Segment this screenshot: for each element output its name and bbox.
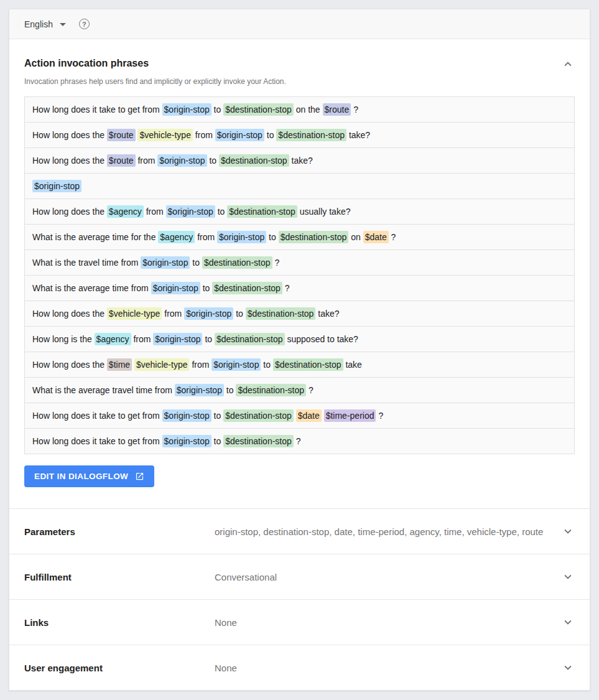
section-row-user-engagement[interactable]: User engagement None: [9, 645, 590, 690]
section-subtitle: Invocation phrases help users find and i…: [24, 77, 575, 86]
phrase-row: How long does it take to get from $origi…: [25, 403, 574, 428]
param-chip-destination-stop: $destination-stop: [227, 205, 297, 218]
phrase-text: ?: [351, 105, 358, 114]
phrase-text: supposed to take?: [285, 334, 358, 344]
phrase-text: to: [261, 360, 272, 370]
phrase-text: to: [211, 436, 223, 446]
edit-in-dialogflow-button[interactable]: EDIT IN DIALOGFLOW: [24, 465, 154, 487]
phrase-text: ?: [272, 258, 280, 268]
param-chip-destination-stop: $destination-stop: [276, 129, 346, 141]
chevron-down-icon: [561, 525, 575, 538]
edit-button-label: EDIT IN DIALOGFLOW: [34, 472, 128, 481]
param-chip-agency: $agency: [107, 205, 144, 218]
param-chip-origin-stop: $origin-stop: [162, 409, 211, 422]
phrase-text: to: [190, 258, 202, 268]
language-selector[interactable]: English: [24, 19, 66, 29]
phrase-text: How long does the: [32, 207, 107, 217]
phrase-row: How long is the $agency from $origin-sto…: [25, 326, 574, 352]
param-chip-destination-stop: $destination-stop: [219, 154, 289, 167]
phrase-row: $origin-stop: [25, 173, 574, 198]
phrase-text: ?: [282, 283, 290, 293]
phrase-text: from: [162, 309, 184, 319]
phrase-text: What is the average time from: [32, 283, 151, 293]
param-chip-origin-stop: $origin-stop: [151, 282, 200, 294]
phrase-text: usually take?: [297, 207, 351, 217]
phrase-row: How long does the $route from $origin-st…: [25, 147, 574, 173]
phrase-text: How long does it take to get from: [32, 411, 162, 421]
arrow-drop-down-icon: [60, 23, 66, 26]
phrase-text: ?: [294, 436, 301, 446]
section-label: Fulfillment: [24, 572, 215, 582]
param-chip-date: $date: [363, 231, 389, 243]
section-row-fulfillment[interactable]: Fulfillment Conversational: [9, 554, 590, 599]
phrase-row: What is the average travel time from $or…: [25, 377, 574, 403]
detail-sections: Parameters origin-stop, destination-stop…: [9, 508, 590, 690]
section-label: Parameters: [24, 526, 215, 537]
section-title: Action invocation phrases: [24, 57, 149, 69]
param-chip-destination-stop: $destination-stop: [215, 333, 285, 345]
phrase-row: What is the average time for the $agency…: [25, 224, 574, 250]
phrase-text: on: [348, 232, 363, 242]
phrase-text: to: [207, 156, 219, 166]
phrase-text: How long is the: [32, 334, 95, 344]
action-detail-card: English Action invocation phrases Invoca…: [9, 9, 590, 691]
phrase-text: to: [211, 411, 223, 421]
param-chip-date: $date: [296, 409, 322, 422]
param-chip-origin-stop: $origin-stop: [153, 333, 202, 345]
param-chip-destination-stop: $destination-stop: [246, 307, 316, 320]
phrase-text: to: [266, 232, 278, 242]
phrase-text: from: [144, 207, 166, 217]
phrase-text: take?: [315, 309, 339, 319]
phrase-text: ?: [376, 411, 383, 421]
param-chip-destination-stop: $destination-stop: [279, 231, 349, 243]
phrase-text: take?: [289, 156, 313, 166]
phrase-text: to: [211, 105, 223, 114]
param-chip-vehicle-type: $vehicle-type: [134, 358, 190, 371]
param-chip-time-period: $time-period: [324, 409, 376, 422]
chevron-down-icon: [561, 661, 575, 674]
param-chip-time: $time: [107, 358, 132, 371]
phrase-text: from: [195, 232, 217, 242]
phrase-text: ?: [306, 385, 313, 395]
param-chip-origin-stop: $origin-stop: [217, 231, 266, 243]
param-chip-vehicle-type: $vehicle-type: [107, 307, 162, 320]
open-in-new-icon: [135, 472, 144, 481]
phrase-text: to: [215, 207, 227, 217]
param-chip-route: $route: [323, 103, 351, 116]
phrase-text: to: [224, 385, 236, 395]
invocation-phrases-section: Action invocation phrases Invocation phr…: [9, 39, 590, 508]
chevron-down-icon: [561, 615, 575, 629]
chevron-down-icon: [561, 570, 575, 584]
param-chip-origin-stop: $origin-stop: [162, 435, 211, 447]
phrase-row: How long does it take to get from $origi…: [25, 97, 574, 122]
phrase-text: to: [200, 283, 212, 293]
param-chip-destination-stop: $destination-stop: [223, 103, 294, 116]
phrase-text: How long does it take to get from: [32, 436, 162, 446]
help-icon[interactable]: [79, 19, 90, 29]
phrase-text: What is the travel time from: [32, 258, 141, 268]
section-row-parameters[interactable]: Parameters origin-stop, destination-stop…: [9, 508, 590, 554]
section-row-links[interactable]: Links None: [9, 599, 590, 645]
phrase-text: from: [193, 130, 215, 140]
section-value: None: [215, 617, 561, 628]
phrase-text: on the: [294, 105, 323, 114]
phrase-text: ?: [389, 232, 396, 242]
section-label: Links: [24, 617, 215, 628]
param-chip-route: $route: [107, 129, 136, 141]
collapse-section-button[interactable]: [561, 57, 575, 71]
phrase-text: from: [136, 156, 158, 166]
phrase-text: What is the average travel time from: [32, 385, 175, 395]
param-chip-origin-stop: $origin-stop: [162, 103, 211, 116]
phrase-text: How long does it take to get from: [32, 105, 162, 114]
param-chip-origin-stop: $origin-stop: [141, 256, 190, 269]
phrase-row: What is the average time from $origin-st…: [25, 275, 574, 301]
param-chip-origin-stop: $origin-stop: [184, 307, 233, 320]
phrase-text: from: [131, 334, 154, 344]
section-label: User engagement: [24, 663, 215, 673]
phrase-text: take?: [346, 130, 370, 140]
language-label: English: [24, 19, 53, 29]
phrase-row: How long does the $time $vehicle-type fr…: [25, 352, 574, 377]
phrase-text: How long does the: [32, 130, 107, 140]
phrase-row: How long does the $agency from $origin-s…: [25, 198, 574, 224]
chevron-up-icon: [561, 63, 575, 73]
